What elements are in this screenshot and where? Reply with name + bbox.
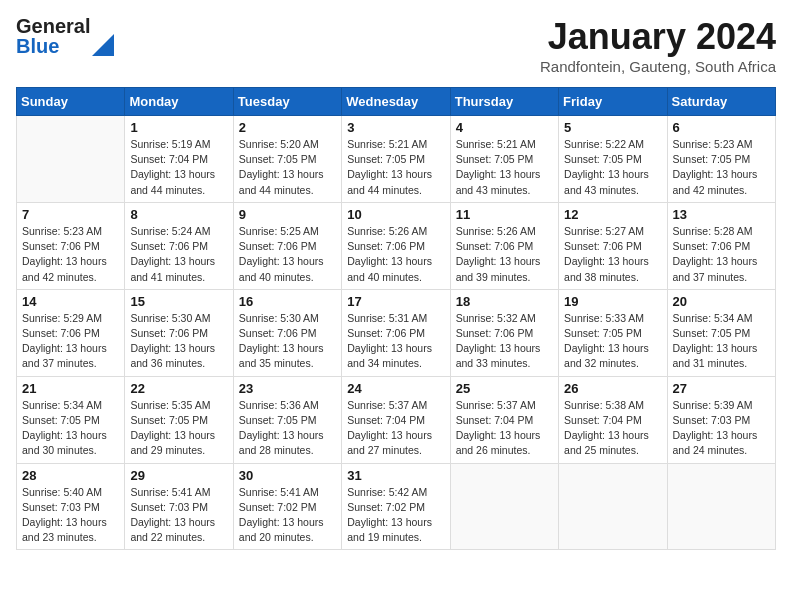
day-info: Sunrise: 5:39 AM Sunset: 7:03 PM Dayligh… (673, 398, 770, 459)
logo-triangle-icon (92, 34, 114, 56)
day-number: 28 (22, 468, 119, 483)
day-info: Sunrise: 5:41 AM Sunset: 7:03 PM Dayligh… (130, 485, 227, 546)
day-number: 23 (239, 381, 336, 396)
day-info: Sunrise: 5:34 AM Sunset: 7:05 PM Dayligh… (22, 398, 119, 459)
calendar-header-friday: Friday (559, 88, 667, 116)
day-number: 30 (239, 468, 336, 483)
day-info: Sunrise: 5:22 AM Sunset: 7:05 PM Dayligh… (564, 137, 661, 198)
day-info: Sunrise: 5:26 AM Sunset: 7:06 PM Dayligh… (456, 224, 553, 285)
day-number: 24 (347, 381, 444, 396)
calendar-cell: 19Sunrise: 5:33 AM Sunset: 7:05 PM Dayli… (559, 289, 667, 376)
day-number: 18 (456, 294, 553, 309)
day-info: Sunrise: 5:21 AM Sunset: 7:05 PM Dayligh… (347, 137, 444, 198)
day-info: Sunrise: 5:26 AM Sunset: 7:06 PM Dayligh… (347, 224, 444, 285)
calendar-cell: 5Sunrise: 5:22 AM Sunset: 7:05 PM Daylig… (559, 116, 667, 203)
day-info: Sunrise: 5:20 AM Sunset: 7:05 PM Dayligh… (239, 137, 336, 198)
day-info: Sunrise: 5:41 AM Sunset: 7:02 PM Dayligh… (239, 485, 336, 546)
day-number: 27 (673, 381, 770, 396)
location-text: Randfontein, Gauteng, South Africa (540, 58, 776, 75)
day-info: Sunrise: 5:34 AM Sunset: 7:05 PM Dayligh… (673, 311, 770, 372)
day-number: 29 (130, 468, 227, 483)
day-number: 7 (22, 207, 119, 222)
calendar-cell (559, 463, 667, 550)
calendar-cell (450, 463, 558, 550)
calendar-cell: 10Sunrise: 5:26 AM Sunset: 7:06 PM Dayli… (342, 202, 450, 289)
calendar-cell: 28Sunrise: 5:40 AM Sunset: 7:03 PM Dayli… (17, 463, 125, 550)
day-number: 20 (673, 294, 770, 309)
calendar-cell: 7Sunrise: 5:23 AM Sunset: 7:06 PM Daylig… (17, 202, 125, 289)
calendar-cell: 4Sunrise: 5:21 AM Sunset: 7:05 PM Daylig… (450, 116, 558, 203)
calendar-cell: 1Sunrise: 5:19 AM Sunset: 7:04 PM Daylig… (125, 116, 233, 203)
day-info: Sunrise: 5:38 AM Sunset: 7:04 PM Dayligh… (564, 398, 661, 459)
day-number: 2 (239, 120, 336, 135)
month-title: January 2024 (540, 16, 776, 58)
day-number: 31 (347, 468, 444, 483)
calendar-cell (17, 116, 125, 203)
calendar-week-4: 28Sunrise: 5:40 AM Sunset: 7:03 PM Dayli… (17, 463, 776, 550)
calendar-header-wednesday: Wednesday (342, 88, 450, 116)
day-number: 9 (239, 207, 336, 222)
calendar-cell: 16Sunrise: 5:30 AM Sunset: 7:06 PM Dayli… (233, 289, 341, 376)
day-info: Sunrise: 5:37 AM Sunset: 7:04 PM Dayligh… (456, 398, 553, 459)
calendar-week-0: 1Sunrise: 5:19 AM Sunset: 7:04 PM Daylig… (17, 116, 776, 203)
day-number: 15 (130, 294, 227, 309)
calendar-cell: 9Sunrise: 5:25 AM Sunset: 7:06 PM Daylig… (233, 202, 341, 289)
day-number: 8 (130, 207, 227, 222)
calendar-week-2: 14Sunrise: 5:29 AM Sunset: 7:06 PM Dayli… (17, 289, 776, 376)
calendar-week-1: 7Sunrise: 5:23 AM Sunset: 7:06 PM Daylig… (17, 202, 776, 289)
day-info: Sunrise: 5:42 AM Sunset: 7:02 PM Dayligh… (347, 485, 444, 546)
day-info: Sunrise: 5:29 AM Sunset: 7:06 PM Dayligh… (22, 311, 119, 372)
logo-blue-text: Blue (16, 36, 90, 56)
calendar-cell: 3Sunrise: 5:21 AM Sunset: 7:05 PM Daylig… (342, 116, 450, 203)
day-info: Sunrise: 5:33 AM Sunset: 7:05 PM Dayligh… (564, 311, 661, 372)
day-number: 16 (239, 294, 336, 309)
calendar-cell: 24Sunrise: 5:37 AM Sunset: 7:04 PM Dayli… (342, 376, 450, 463)
day-number: 21 (22, 381, 119, 396)
day-number: 14 (22, 294, 119, 309)
day-info: Sunrise: 5:30 AM Sunset: 7:06 PM Dayligh… (239, 311, 336, 372)
calendar-cell: 20Sunrise: 5:34 AM Sunset: 7:05 PM Dayli… (667, 289, 775, 376)
logo: General Blue (16, 16, 114, 56)
day-info: Sunrise: 5:36 AM Sunset: 7:05 PM Dayligh… (239, 398, 336, 459)
day-number: 11 (456, 207, 553, 222)
day-info: Sunrise: 5:40 AM Sunset: 7:03 PM Dayligh… (22, 485, 119, 546)
calendar-cell: 12Sunrise: 5:27 AM Sunset: 7:06 PM Dayli… (559, 202, 667, 289)
day-info: Sunrise: 5:19 AM Sunset: 7:04 PM Dayligh… (130, 137, 227, 198)
calendar-cell: 11Sunrise: 5:26 AM Sunset: 7:06 PM Dayli… (450, 202, 558, 289)
day-number: 3 (347, 120, 444, 135)
calendar-cell: 14Sunrise: 5:29 AM Sunset: 7:06 PM Dayli… (17, 289, 125, 376)
day-number: 4 (456, 120, 553, 135)
day-number: 1 (130, 120, 227, 135)
calendar-cell: 13Sunrise: 5:28 AM Sunset: 7:06 PM Dayli… (667, 202, 775, 289)
day-number: 12 (564, 207, 661, 222)
day-number: 17 (347, 294, 444, 309)
calendar-cell: 22Sunrise: 5:35 AM Sunset: 7:05 PM Dayli… (125, 376, 233, 463)
day-info: Sunrise: 5:32 AM Sunset: 7:06 PM Dayligh… (456, 311, 553, 372)
day-info: Sunrise: 5:28 AM Sunset: 7:06 PM Dayligh… (673, 224, 770, 285)
day-info: Sunrise: 5:21 AM Sunset: 7:05 PM Dayligh… (456, 137, 553, 198)
calendar-cell: 30Sunrise: 5:41 AM Sunset: 7:02 PM Dayli… (233, 463, 341, 550)
calendar-header-saturday: Saturday (667, 88, 775, 116)
calendar-header-monday: Monday (125, 88, 233, 116)
calendar-cell: 6Sunrise: 5:23 AM Sunset: 7:05 PM Daylig… (667, 116, 775, 203)
calendar-cell: 26Sunrise: 5:38 AM Sunset: 7:04 PM Dayli… (559, 376, 667, 463)
day-number: 6 (673, 120, 770, 135)
calendar-table: SundayMondayTuesdayWednesdayThursdayFrid… (16, 87, 776, 550)
day-info: Sunrise: 5:24 AM Sunset: 7:06 PM Dayligh… (130, 224, 227, 285)
calendar-cell: 15Sunrise: 5:30 AM Sunset: 7:06 PM Dayli… (125, 289, 233, 376)
day-info: Sunrise: 5:37 AM Sunset: 7:04 PM Dayligh… (347, 398, 444, 459)
calendar-cell: 27Sunrise: 5:39 AM Sunset: 7:03 PM Dayli… (667, 376, 775, 463)
calendar-week-3: 21Sunrise: 5:34 AM Sunset: 7:05 PM Dayli… (17, 376, 776, 463)
calendar-cell: 8Sunrise: 5:24 AM Sunset: 7:06 PM Daylig… (125, 202, 233, 289)
day-info: Sunrise: 5:23 AM Sunset: 7:06 PM Dayligh… (22, 224, 119, 285)
title-section: January 2024 Randfontein, Gauteng, South… (540, 16, 776, 75)
calendar-header-tuesday: Tuesday (233, 88, 341, 116)
day-number: 13 (673, 207, 770, 222)
calendar-cell: 2Sunrise: 5:20 AM Sunset: 7:05 PM Daylig… (233, 116, 341, 203)
calendar-cell: 31Sunrise: 5:42 AM Sunset: 7:02 PM Dayli… (342, 463, 450, 550)
day-info: Sunrise: 5:35 AM Sunset: 7:05 PM Dayligh… (130, 398, 227, 459)
calendar-cell: 25Sunrise: 5:37 AM Sunset: 7:04 PM Dayli… (450, 376, 558, 463)
calendar-cell: 21Sunrise: 5:34 AM Sunset: 7:05 PM Dayli… (17, 376, 125, 463)
day-number: 19 (564, 294, 661, 309)
calendar-cell: 29Sunrise: 5:41 AM Sunset: 7:03 PM Dayli… (125, 463, 233, 550)
